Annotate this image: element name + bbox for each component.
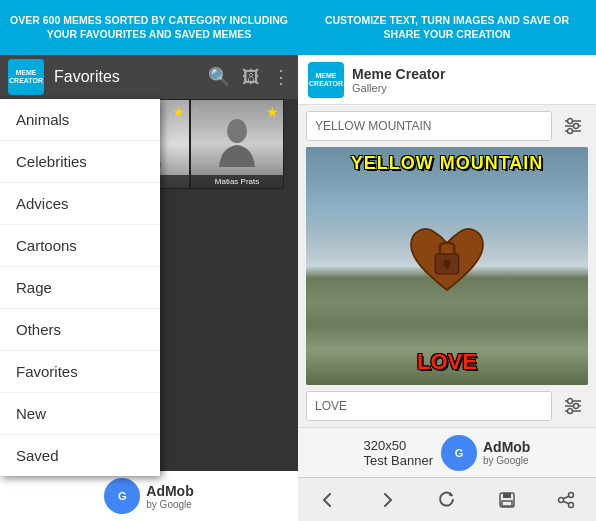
person-silhouette-2	[217, 117, 257, 172]
svg-rect-10	[445, 263, 449, 268]
adjust-icon-bottom[interactable]	[558, 391, 588, 421]
right-ad-text-group: 320x50 Test Banner	[364, 438, 433, 468]
admob-logo: G AdMob by Google	[104, 478, 193, 514]
right-banner: CUSTOMIZE TEXT, TURN IMAGES AND SAVE OR …	[298, 0, 596, 55]
menu-item-celebrities[interactable]: Celebrities	[0, 141, 160, 183]
svg-point-3	[568, 119, 573, 124]
left-ad-banner: G AdMob by Google	[0, 471, 298, 521]
meme-bottom-input[interactable]	[306, 391, 552, 421]
right-admob-text: AdMob	[483, 439, 530, 455]
svg-point-14	[574, 404, 579, 409]
right-admob-icon: G	[441, 435, 477, 471]
admob-google: by Google	[146, 499, 193, 510]
svg-point-22	[559, 497, 564, 502]
bottom-input-bar	[306, 391, 588, 421]
meme-top-text: YELLOW MOUNTAIN	[306, 153, 588, 174]
meme-title-bar	[306, 111, 588, 141]
save-icon	[498, 491, 516, 509]
image-icon[interactable]: 🖼	[242, 67, 260, 88]
adjust-icon-top[interactable]	[558, 111, 588, 141]
svg-line-24	[563, 501, 569, 504]
svg-rect-18	[503, 493, 511, 498]
meme-image: YELLOW MOUNTAIN LOVE	[306, 147, 588, 385]
refresh-icon	[438, 491, 456, 509]
svg-point-12	[568, 399, 573, 404]
svg-point-7	[568, 129, 573, 134]
right-panel: MEME CREATOR Meme Creator Gallery	[298, 55, 596, 521]
svg-point-16	[568, 409, 573, 414]
right-ad-size: 320x50	[364, 438, 433, 453]
right-header-subtitle: Gallery	[352, 82, 445, 94]
more-icon[interactable]: ⋮	[272, 66, 290, 88]
back-icon	[319, 491, 337, 509]
menu-item-advices[interactable]: Advices	[0, 183, 160, 225]
left-logo: MEME CREATOR	[8, 59, 44, 95]
admob-text: AdMob	[146, 483, 193, 499]
lock-heart-overlay	[407, 218, 487, 308]
share-button[interactable]	[546, 480, 586, 520]
right-header: MEME CREATOR Meme Creator Gallery	[298, 55, 596, 105]
refresh-button[interactable]	[427, 480, 467, 520]
forward-button[interactable]	[367, 480, 407, 520]
meme-top-input[interactable]	[306, 111, 552, 141]
lock-heart-svg	[402, 218, 492, 308]
admob-icon-letter: G	[118, 490, 127, 502]
dropdown-menu: Animals Celebrities Advices Cartoons Rag…	[0, 99, 160, 476]
forward-icon	[378, 491, 396, 509]
left-header-icons: 🔍 🖼 ⋮	[208, 66, 290, 88]
svg-rect-19	[502, 501, 512, 506]
menu-item-saved[interactable]: Saved	[0, 435, 160, 476]
right-logo-text: MEME CREATOR	[308, 72, 344, 87]
menu-item-rage[interactable]: Rage	[0, 267, 160, 309]
left-logo-text: MEME CREATOR	[8, 69, 44, 84]
left-panel: Burning ℹ ★ Iglesias S ℹ	[0, 55, 298, 521]
right-toolbar	[298, 477, 596, 521]
info-icon-3: ℹ	[195, 104, 200, 118]
svg-point-5	[574, 124, 579, 129]
right-header-title: Meme Creator	[352, 66, 445, 82]
right-admob-logo: G AdMob by Google	[441, 435, 530, 471]
right-admob-google: by Google	[483, 455, 530, 466]
right-admob-letter: G	[455, 447, 464, 459]
save-button[interactable]	[487, 480, 527, 520]
menu-item-others[interactable]: Others	[0, 309, 160, 351]
sliders-icon-bottom	[563, 396, 583, 416]
admob-text-group: AdMob by Google	[146, 483, 193, 510]
menu-item-cartoons[interactable]: Cartoons	[0, 225, 160, 267]
top-banners: OVER 600 MEMES SORTED BY CATEGORY INCLUD…	[0, 0, 596, 55]
share-icon	[557, 491, 575, 509]
svg-point-21	[569, 502, 574, 507]
svg-point-1	[227, 119, 247, 143]
meme-image-container: YELLOW MOUNTAIN LOVE	[306, 147, 588, 385]
left-banner-text: OVER 600 MEMES SORTED BY CATEGORY INCLUD…	[10, 14, 288, 41]
left-header: MEME CREATOR Favorites 🔍 🖼 ⋮	[0, 55, 298, 99]
left-banner: OVER 600 MEMES SORTED BY CATEGORY INCLUD…	[0, 0, 298, 55]
star-badge-1: ★	[172, 104, 185, 120]
star-badge-2: ★	[266, 104, 279, 120]
meme-content: YELLOW MOUNTAIN LOVE	[298, 105, 596, 427]
dropdown-arrow	[80, 99, 96, 107]
sliders-icon-top	[563, 116, 583, 136]
svg-line-23	[563, 496, 569, 499]
search-icon[interactable]: 🔍	[208, 66, 230, 88]
portrait-thumbnail-2: ★ Matias Prats ℹ	[190, 99, 284, 189]
back-button[interactable]	[308, 480, 348, 520]
portrait-label-2: Matias Prats	[191, 175, 283, 188]
right-banner-text: CUSTOMIZE TEXT, TURN IMAGES AND SAVE OR …	[308, 14, 586, 41]
menu-item-favorites[interactable]: Favorites	[0, 351, 160, 393]
admob-icon: G	[104, 478, 140, 514]
right-ad-label: Test Banner	[364, 453, 433, 468]
right-admob-text-group: AdMob by Google	[483, 439, 530, 466]
main-content: Burning ℹ ★ Iglesias S ℹ	[0, 55, 596, 521]
menu-item-new[interactable]: New	[0, 393, 160, 435]
meme-bottom-text: LOVE	[306, 349, 588, 375]
right-ad-banner: 320x50 Test Banner G AdMob by Google	[298, 427, 596, 477]
right-header-text: Meme Creator Gallery	[352, 66, 445, 94]
right-logo: MEME CREATOR	[308, 62, 344, 98]
svg-point-20	[569, 492, 574, 497]
left-header-title: Favorites	[54, 68, 208, 86]
